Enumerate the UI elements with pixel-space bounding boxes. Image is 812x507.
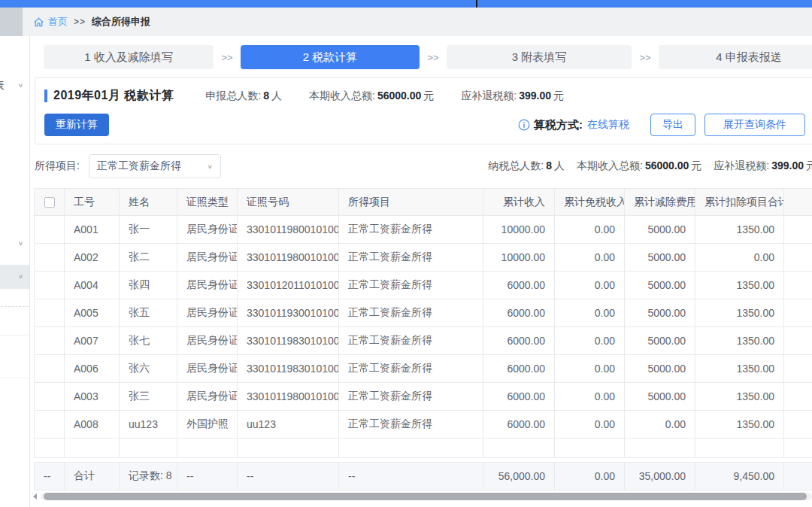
cell: 5000.00 (625, 355, 695, 383)
cell: 6000.00 (483, 355, 555, 383)
select-all-header-cell (35, 189, 65, 216)
cell: uu123 (238, 411, 339, 439)
totals-cell: -- (339, 463, 483, 490)
row-checkbox-cell (35, 327, 65, 355)
totals-cell: 9,450.00 (695, 463, 784, 490)
cell: 330101198001010011 (238, 216, 339, 244)
cell: A007 (65, 327, 120, 355)
cell: 0.00 (555, 355, 625, 383)
totals-cell: -- (177, 463, 238, 490)
tax-mode-label: 算税方式: (534, 118, 583, 132)
totals-row: --合计记录数: 8------56,000.000.0035,000.009,… (35, 463, 812, 490)
step-separator: >> (420, 52, 447, 63)
cell: 5000.00 (625, 383, 695, 411)
main-content: 1 收入及减除填写 >> 2 税款计算 >> 3 附表填写 >> 4 申报表报送… (30, 36, 812, 507)
table-row[interactable]: A004张四居民身份证330101201101010056正常工资薪金所得600… (35, 272, 812, 299)
row-checkbox-cell (35, 411, 65, 439)
empty-cell (625, 439, 695, 458)
income-item-select[interactable]: 正常工资薪金所得 ∨ (89, 154, 221, 178)
stat-period-income: 本期收入总额:56000.00元 (309, 90, 434, 103)
cell: A001 (65, 216, 120, 244)
cell: 0.00 (555, 216, 625, 244)
breadcrumb-home-link[interactable]: 首页 (48, 15, 68, 29)
cell: 1350.00 (695, 411, 784, 439)
cursor-tick (476, 0, 477, 8)
table-row[interactable]: A002张二居民身份证330101198001010038正常工资薪金所得100… (35, 244, 812, 272)
column-header: 证照类型 (177, 189, 238, 216)
row-checkbox-cell (35, 272, 65, 299)
table-row[interactable]: A001张一居民身份证330101198001010011正常工资薪金所得100… (35, 216, 812, 244)
table-row[interactable]: A008uu123外国护照uu123正常工资薪金所得6000.000.000.0… (35, 411, 812, 439)
cell: 张五 (120, 299, 177, 327)
cell: 正常工资薪金所得 (339, 272, 483, 299)
cell: 6000.00 (483, 383, 555, 411)
scrollbar-thumb[interactable] (44, 493, 807, 500)
stat-period-income: 本期收入总额:56000.00元 (577, 159, 701, 173)
step-4-submit-return[interactable]: 4 申报表报送 (659, 45, 812, 69)
column-header: 累计减除费用 (625, 189, 695, 216)
cell: 正常工资薪金所得 (339, 383, 483, 411)
cell: 0.00 (555, 299, 625, 327)
cell: 正常工资薪金所得 (339, 216, 483, 244)
scroll-left-arrow-icon[interactable] (33, 493, 37, 499)
cell (784, 216, 812, 244)
empty-cell (784, 439, 812, 458)
step-1-income-deduction[interactable]: 1 收入及减除填写 (44, 45, 214, 69)
tax-mode-value-link[interactable]: 在线算税 (587, 118, 629, 132)
summary-action-row: 重新计算 算税方式: 在线算税 导出 展开查询条件 (44, 114, 805, 136)
cell: 0.00 (555, 411, 625, 439)
cell: 1350.00 (695, 355, 784, 383)
breadcrumb: 首页 >> 综合所得申报 (0, 8, 812, 36)
totals-cell: -- (35, 463, 65, 490)
cell: 1350.00 (695, 327, 784, 355)
step-3-schedules[interactable]: 3 附表填写 (447, 45, 632, 69)
cell: 居民身份证 (177, 272, 238, 299)
sidebar-item-active[interactable]: ∨ (0, 265, 29, 289)
cell (784, 355, 812, 383)
export-button[interactable]: 导出 (650, 114, 695, 136)
chevron-down-icon[interactable]: ∨ (18, 240, 23, 247)
cell: 正常工资薪金所得 (339, 411, 483, 439)
cell: 0.00 (555, 327, 625, 355)
cell: 1350.00 (695, 272, 784, 299)
table-row[interactable]: A006张六居民身份证330101198301010056正常工资薪金所得600… (35, 355, 812, 383)
cell: 正常工资薪金所得 (339, 355, 483, 383)
expand-query-button[interactable]: 展开查询条件 (704, 114, 805, 136)
row-checkbox-cell (35, 299, 65, 327)
cell: 张七 (120, 327, 177, 355)
income-item-filter: 所得项目: 正常工资薪金所得 ∨ (35, 154, 221, 178)
cell: 外国护照 (177, 411, 238, 439)
step-wizard: 1 收入及减除填写 >> 2 税款计算 >> 3 附表填写 >> 4 申报表报送 (44, 45, 812, 69)
cell: 10000.00 (483, 216, 555, 244)
step-separator: >> (632, 52, 659, 63)
cell: 1350.00 (695, 216, 784, 244)
cell: 张四 (120, 272, 177, 299)
title-accent-bar (44, 90, 47, 102)
table-row[interactable]: A005张五居民身份证330101193001010051正常工资薪金所得600… (35, 299, 812, 327)
table-row[interactable]: A007张七居民身份证330101198301010072正常工资薪金所得600… (35, 327, 812, 355)
top-browser-strip (0, 0, 812, 8)
cell: 张六 (120, 355, 177, 383)
cell: uu123 (120, 411, 177, 439)
step-2-tax-calculation[interactable]: 2 税款计算 (241, 45, 420, 69)
empty-cell (65, 439, 120, 458)
select-all-checkbox[interactable] (44, 197, 55, 208)
cell: 6000.00 (483, 327, 555, 355)
cell: 居民身份证 (177, 327, 238, 355)
page-title: 2019年01月 税款计算 (53, 88, 174, 104)
column-header: 累计准 (784, 189, 812, 216)
cell: A008 (65, 411, 120, 439)
column-header: 姓名 (120, 189, 177, 216)
summary-title-row: 2019年01月 税款计算 申报总人数:8人 本期收入总额:56000.00元 … (44, 88, 812, 104)
cell: 居民身份证 (177, 244, 238, 272)
cell: 330101198001010038 (238, 244, 339, 272)
cell: 张三 (120, 383, 177, 411)
sidebar-item-clipped[interactable]: 表 ∨ (0, 79, 29, 93)
employee-tax-table: 工号姓名证照类型证照号码所得项目累计收入累计免税收入累计减除费用累计扣除项目合计… (34, 188, 812, 490)
table-row[interactable]: A003张三居民身份证330101198001010054正常工资薪金所得600… (35, 383, 812, 411)
column-header: 累计收入 (483, 189, 555, 216)
cell: 0.00 (695, 244, 784, 272)
cell: 330101198001010054 (238, 383, 339, 411)
cell: 张一 (120, 216, 177, 244)
recalculate-button[interactable]: 重新计算 (44, 114, 109, 136)
